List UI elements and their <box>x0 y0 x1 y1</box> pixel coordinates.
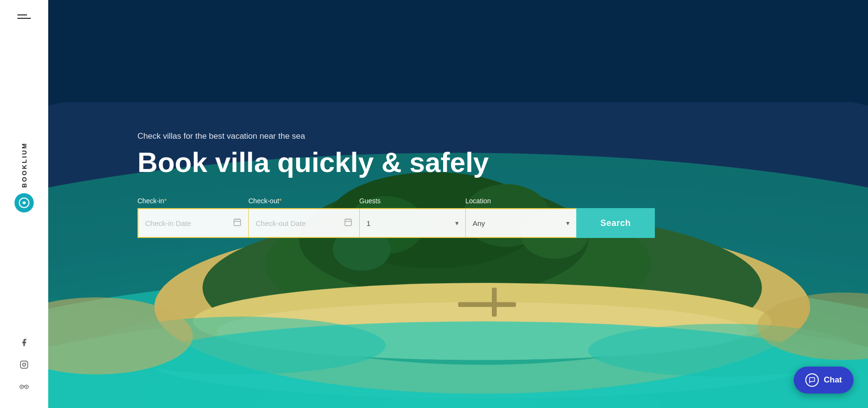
svg-point-3 <box>26 362 27 363</box>
svg-point-2 <box>23 363 26 366</box>
location-label: Location <box>465 197 491 205</box>
search-form: Check-in* Check-out* Guests Location <box>137 197 697 238</box>
svg-rect-35 <box>345 219 352 226</box>
checkin-required: * <box>164 197 166 205</box>
guests-field-wrapper: 1 2 3 4 5 6+ ▾ <box>359 208 465 238</box>
tripadvisor-icon[interactable] <box>17 380 31 394</box>
checkin-field-wrapper <box>137 208 248 238</box>
hero-content: Check villas for the best vacation near … <box>48 0 868 408</box>
chat-button[interactable]: Chat <box>794 367 854 394</box>
guests-label: Guests <box>359 197 380 205</box>
location-chevron-icon: ▾ <box>566 219 570 227</box>
checkout-label: Check-out <box>248 197 279 205</box>
checkout-label-container: Check-out* <box>248 197 359 205</box>
main-content: Check villas for the best vacation near … <box>48 0 868 408</box>
checkout-calendar-icon <box>344 218 353 229</box>
svg-rect-1 <box>21 361 28 369</box>
checkin-label-container: Check-in* <box>137 197 248 205</box>
svg-point-7 <box>26 386 27 388</box>
guests-chevron-icon: ▾ <box>455 219 459 227</box>
hero-subtitle: Check villas for the best vacation near … <box>137 132 868 141</box>
checkin-input[interactable] <box>145 219 228 227</box>
chat-icon <box>805 373 819 387</box>
guests-label-container: Guests <box>359 197 465 205</box>
inputs-row: 1 2 3 4 5 6+ ▾ Any Caribbean <box>137 208 655 238</box>
location-select[interactable]: Any Caribbean Mediterranean Pacific Indi… <box>473 219 561 227</box>
checkout-input[interactable] <box>256 219 339 227</box>
search-button[interactable]: Search <box>576 208 655 238</box>
brand-icon <box>14 193 34 212</box>
checkin-label: Check-in <box>137 197 164 205</box>
hero-headline: Book villa quickly & safely <box>137 147 868 178</box>
sidebar: Booklium <box>0 0 48 408</box>
hamburger-menu[interactable] <box>17 14 31 19</box>
svg-rect-31 <box>234 219 241 226</box>
instagram-icon[interactable] <box>17 358 31 371</box>
location-field-wrapper: Any Caribbean Mediterranean Pacific Indi… <box>465 208 576 238</box>
svg-point-6 <box>21 386 23 388</box>
social-links <box>17 336 31 394</box>
guests-select[interactable]: 1 2 3 4 5 6+ <box>366 219 450 227</box>
brand-name: Booklium <box>21 142 28 188</box>
facebook-icon[interactable] <box>17 336 31 349</box>
checkout-field-wrapper <box>248 208 359 238</box>
chat-label: Chat <box>824 375 842 385</box>
brand-area: Booklium <box>14 19 34 336</box>
checkout-required: * <box>279 197 282 205</box>
checkin-calendar-icon <box>233 218 242 229</box>
location-label-container: Location <box>465 197 576 205</box>
